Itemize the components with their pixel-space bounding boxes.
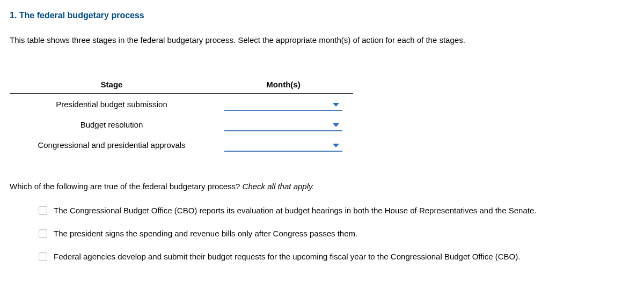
option-label: Federal agencies develop and submit thei… — [54, 252, 520, 261]
question2-text: Which of the following are true of the f… — [10, 182, 243, 191]
chevron-down-icon — [333, 123, 339, 127]
options-list: The Congressional Budget Office (CBO) re… — [10, 206, 634, 261]
months-dropdown[interactable] — [224, 120, 342, 131]
table-row: Presidential budget submission — [10, 94, 353, 115]
option-label: The Congressional Budget Office (CBO) re… — [54, 206, 536, 215]
months-dropdown[interactable] — [224, 140, 342, 152]
option-row: The president signs the spending and rev… — [39, 229, 634, 238]
stage-label: Congressional and presidential approvals — [10, 135, 214, 155]
months-dropdown[interactable] — [224, 99, 342, 111]
option-row: Federal agencies develop and submit thei… — [39, 252, 634, 261]
question-title: 1. The federal budgetary process — [10, 11, 634, 20]
checkbox[interactable] — [39, 252, 47, 261]
question2-hint: Check all that apply. — [243, 182, 314, 191]
stage-label: Presidential budget submission — [10, 94, 214, 115]
chevron-down-icon — [333, 144, 339, 147]
table-row: Congressional and presidential approvals — [10, 135, 353, 155]
stage-label: Budget resolution — [10, 114, 214, 135]
instruction-text: This table shows three stages in the fed… — [10, 35, 634, 44]
table-row: Budget resolution — [10, 114, 353, 135]
question2-prompt: Which of the following are true of the f… — [10, 182, 634, 191]
stages-table: Stage Month(s) Presidential budget submi… — [10, 77, 634, 155]
checkbox[interactable] — [39, 206, 47, 215]
header-months: Month(s) — [214, 77, 353, 94]
checkbox[interactable] — [39, 229, 47, 238]
option-label: The president signs the spending and rev… — [54, 229, 357, 238]
option-row: The Congressional Budget Office (CBO) re… — [39, 206, 634, 215]
chevron-down-icon — [333, 103, 339, 107]
header-stage: Stage — [10, 77, 214, 94]
